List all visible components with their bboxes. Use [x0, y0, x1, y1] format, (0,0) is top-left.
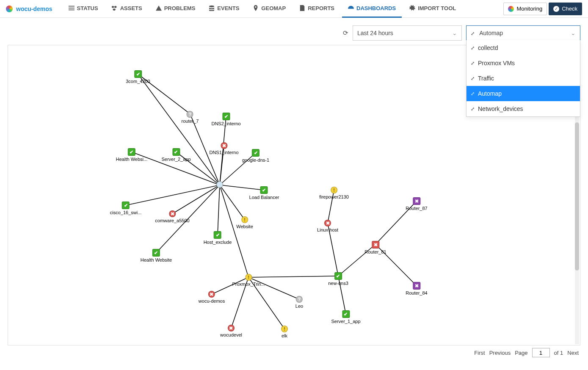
map-select-value: Automap [479, 30, 503, 36]
pager-page-input[interactable] [532, 348, 550, 357]
dashboard-toolbar: ⟳ Last 24 hours ⌄ ⤢ Automap ⌄ ⤢collectd … [0, 18, 588, 45]
brand-logo-icon [6, 6, 13, 12]
nav-reports[interactable]: REPORTS [293, 0, 340, 18]
nav-assets[interactable]: ASSETS [106, 0, 148, 18]
node-health-websi[interactable]: ✔Health Websi... [116, 148, 147, 162]
pager-next[interactable]: Next [567, 350, 579, 356]
node-firepower[interactable]: !firepower2130 [319, 187, 349, 199]
brand[interactable]: wocu-demos [6, 6, 52, 12]
node-google-dns1[interactable]: ✔google-dns-1 [242, 149, 269, 163]
node-linux-host[interactable]: ✖Linux host [317, 220, 338, 232]
expand-icon: ⤢ [471, 106, 475, 112]
monitoring-logo-icon [508, 6, 514, 12]
pager: First Previous Page of 1 Next [0, 345, 588, 362]
node-load-balancer[interactable]: ✔Load Balancer [249, 186, 279, 200]
node-3com[interactable]: ✔3com_4200 [126, 70, 150, 84]
pager-of-label: of 1 [554, 350, 563, 356]
node-dns2[interactable]: ✔DNS2_interno [211, 113, 240, 126]
brand-label: wocu-demos [16, 6, 52, 12]
pager-page-label: Page [515, 350, 527, 356]
gear-icon [409, 5, 415, 11]
dropdown-item-automap[interactable]: ⤢Automap [467, 86, 580, 101]
expand-icon: ⤢ [471, 61, 475, 66]
expand-icon: ⤢ [471, 91, 475, 97]
node-router7[interactable]: ?router_7 [182, 111, 199, 124]
node-server1[interactable]: ✔Server_1_app [331, 310, 360, 324]
pin-icon [253, 5, 259, 11]
dropdown-item-proxmox[interactable]: ⤢Proxmox VMs [467, 55, 580, 71]
node-server2[interactable]: ✔Server_2_app [161, 148, 190, 162]
node-elk[interactable]: !elk [281, 326, 288, 338]
node-router84[interactable]: ✖Router_84 [406, 282, 427, 295]
report-icon [299, 5, 305, 11]
nav-problems[interactable]: PROBLEMS [150, 0, 202, 18]
expand-icon: ⤢ [471, 31, 475, 36]
pager-previous[interactable]: Previous [489, 350, 511, 356]
map-select[interactable]: ⤢ Automap ⌄ ⤢collectd ⤢Proxmox VMs ⤢Traf… [466, 25, 580, 41]
node-new-qns3[interactable]: ✔new-qns3 [328, 272, 348, 286]
node-website[interactable]: !Website [236, 216, 253, 229]
node-health-website[interactable]: ✔Health Website [141, 249, 172, 262]
map-select-dropdown: ⤢collectd ⤢Proxmox VMs ⤢Traffic ⤢Automap… [466, 40, 580, 117]
svg-line-0 [138, 74, 220, 185]
time-range-value: Last 24 hours [357, 30, 393, 36]
node-router81[interactable]: ✖Router_81 [364, 241, 386, 254]
list-icon [69, 5, 75, 11]
node-cisco16[interactable]: ✔cisco_16_swi... [110, 202, 142, 215]
svg-line-11 [218, 185, 220, 235]
warning-icon [156, 5, 162, 11]
chevron-down-icon: ⌄ [571, 30, 576, 36]
nav-events[interactable]: EVENTS [203, 0, 245, 18]
monitoring-button[interactable]: Monitoring [503, 3, 547, 15]
cubes-icon [112, 5, 118, 11]
pager-first[interactable]: First [474, 350, 485, 356]
refresh-icon[interactable]: ⟳ [343, 29, 348, 37]
node-comware[interactable]: ✖comware_a5500 [155, 210, 189, 223]
dropdown-item-collectd[interactable]: ⤢collectd [467, 40, 580, 55]
gauge-icon [348, 5, 354, 11]
dropdown-item-traffic[interactable]: ⤢Traffic [467, 71, 580, 86]
dropdown-item-network-devices[interactable]: ⤢Network_devices [467, 101, 580, 116]
svg-line-9 [172, 185, 220, 214]
top-nav: wocu-demos STATUS ASSETS PROBLEMS EVENTS… [0, 0, 588, 18]
node-wocudevel[interactable]: ✖wocudevel [220, 325, 242, 337]
check-button[interactable]: ✓ Check [549, 3, 582, 15]
nav-dashboards[interactable]: DASHBOARDS [342, 0, 402, 18]
time-range-select[interactable]: Last 24 hours ⌄ [353, 25, 462, 41]
nav-import[interactable]: IMPORT TOOL [403, 0, 462, 18]
node-wocu-demos[interactable]: ✖wocu-demos [199, 291, 225, 304]
expand-icon: ⤢ [471, 76, 475, 81]
node-dns1[interactable]: ✖DNS1_interno [209, 142, 238, 155]
node-leo[interactable]: ?Leo [295, 296, 303, 309]
nav-status[interactable]: STATUS [63, 0, 104, 18]
node-proxmox[interactable]: !Proxmox_Trin... [232, 274, 265, 287]
check-circle-icon: ✓ [553, 6, 559, 12]
node-hub[interactable] [216, 181, 223, 189]
chevron-down-icon: ⌄ [452, 30, 457, 36]
node-host-exclude[interactable]: ✔Host_exclude [204, 231, 232, 245]
database-icon [209, 5, 215, 11]
expand-icon: ⤢ [471, 45, 475, 51]
svg-line-10 [220, 185, 245, 220]
nav-geomap[interactable]: GEOMAP [247, 0, 292, 18]
node-router87[interactable]: ✖Router_87 [406, 197, 427, 211]
